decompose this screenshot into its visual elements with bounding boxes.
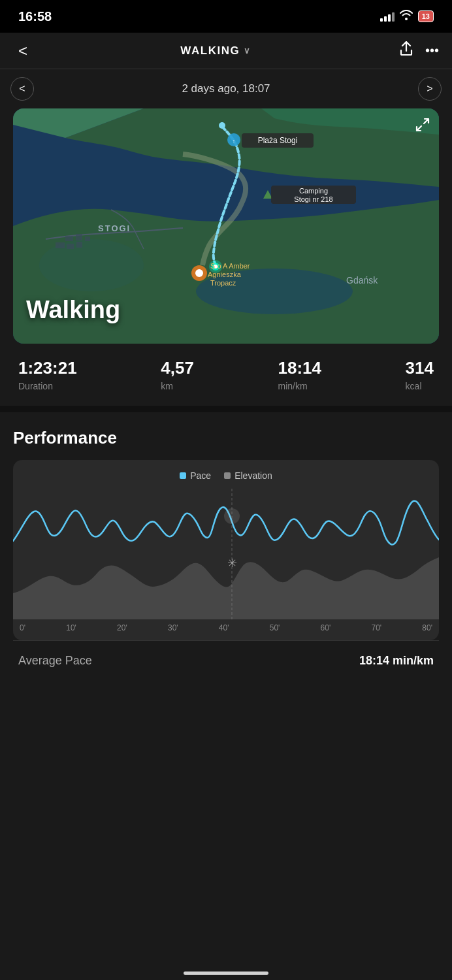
xaxis-label-70: 70' xyxy=(371,623,381,632)
xaxis-label-80: 80' xyxy=(422,623,432,632)
svg-rect-8 xyxy=(76,242,82,248)
stat-duration-value: 1:23:21 xyxy=(18,358,77,378)
chart-container: Pace Elevation ✳ 0' 10' xyxy=(13,460,439,640)
nav-header: < WALKING ∨ ••• xyxy=(0,33,452,69)
legend-pace-label: Pace xyxy=(190,470,211,481)
bottom-space xyxy=(0,681,452,707)
legend-elevation-label: Elevation xyxy=(234,470,272,481)
map-expand-icon[interactable] xyxy=(415,118,430,136)
stat-pace-label: min/km xyxy=(278,381,321,391)
chart-xaxis: 0' 10' 20' 30' 40' 50' 60' 70' 80' xyxy=(13,619,439,640)
xaxis-label-30: 30' xyxy=(168,623,178,632)
stat-kcal-label: kcal xyxy=(406,381,434,391)
wifi-icon xyxy=(400,10,413,23)
more-button[interactable]: ••• xyxy=(425,43,439,58)
svg-text:STOGI: STOGI xyxy=(98,223,131,233)
nav-title-chevron-icon: ∨ xyxy=(244,46,251,56)
stat-duration: 1:23:21 Duration xyxy=(18,358,77,391)
status-bar: 16:58 13 xyxy=(0,0,452,33)
avg-pace-label: Average Pace xyxy=(18,654,92,668)
svg-text:✳: ✳ xyxy=(227,557,237,570)
xaxis-label-10: 10' xyxy=(66,623,76,632)
map-container[interactable]: STOGI Gdańsk ↑ Plaża Stogi Camping Stogi… xyxy=(13,108,439,344)
date-prev-button[interactable]: < xyxy=(10,77,34,101)
nav-title: WALKING ∨ xyxy=(180,44,251,57)
stats-row: 1:23:21 Duration 4,57 km 18:14 min/km 31… xyxy=(0,344,452,406)
avg-pace-value: 18:14 min/km xyxy=(359,654,434,668)
battery-icon: 13 xyxy=(418,10,434,22)
performance-section: Performance Pace Elevation xyxy=(0,412,452,640)
svg-text:Agnieszka: Agnieszka xyxy=(208,270,242,278)
stat-distance-value: 4,57 xyxy=(161,358,194,378)
legend-elevation: Elevation xyxy=(224,470,272,481)
back-button[interactable]: < xyxy=(13,37,33,65)
date-nav: < 2 days ago, 18:07 > xyxy=(0,69,452,108)
xaxis-label-0: 0' xyxy=(20,623,25,632)
date-next-button[interactable]: > xyxy=(418,77,442,101)
svg-text:S o A Amber: S o A Amber xyxy=(210,262,250,270)
svg-rect-3 xyxy=(65,236,73,241)
svg-rect-5 xyxy=(85,237,90,241)
svg-text:Tropacz: Tropacz xyxy=(210,279,236,287)
svg-point-24 xyxy=(195,269,203,277)
nav-title-text: WALKING xyxy=(180,44,240,57)
stat-duration-label: Duration xyxy=(18,381,77,391)
svg-text:Stogi nr 218: Stogi nr 218 xyxy=(294,195,332,203)
svg-rect-6 xyxy=(56,242,65,248)
stat-pace: 18:14 min/km xyxy=(278,358,321,391)
status-time: 16:58 xyxy=(18,9,52,24)
share-button[interactable] xyxy=(399,41,413,60)
xaxis-label-40: 40' xyxy=(219,623,229,632)
xaxis-label-50: 50' xyxy=(270,623,280,632)
stat-distance-label: km xyxy=(161,381,194,391)
signal-icon xyxy=(380,11,395,22)
stat-distance: 4,57 km xyxy=(161,358,194,391)
chevron-left-icon: < xyxy=(19,83,25,95)
svg-rect-4 xyxy=(76,234,82,240)
svg-text:Gdańsk: Gdańsk xyxy=(346,275,378,286)
legend-elevation-dot xyxy=(224,472,231,479)
section-separator xyxy=(0,406,452,412)
avg-pace-section: Average Pace 18:14 min/km xyxy=(0,640,452,681)
legend-pace: Pace xyxy=(180,470,211,481)
legend-pace-dot xyxy=(180,472,186,479)
xaxis-label-60: 60' xyxy=(321,623,331,632)
home-indicator xyxy=(184,972,268,975)
date-label: 2 days ago, 18:07 xyxy=(182,82,270,95)
stat-kcal-value: 314 xyxy=(406,358,434,378)
avg-pace-row: Average Pace 18:14 min/km xyxy=(13,641,439,681)
chevron-right-icon: > xyxy=(427,83,432,95)
svg-point-1 xyxy=(39,239,144,291)
svg-text:Camping: Camping xyxy=(299,187,328,195)
svg-point-12 xyxy=(219,122,225,129)
stat-pace-value: 18:14 xyxy=(278,358,321,378)
chart-legend: Pace Elevation xyxy=(13,470,439,481)
svg-text:Plaża Stogi: Plaża Stogi xyxy=(258,136,298,145)
status-icons: 13 xyxy=(380,10,434,23)
chart-area: ✳ xyxy=(13,489,439,619)
stat-kcal: 314 kcal xyxy=(406,358,434,391)
map-activity-label: Walking xyxy=(26,296,120,324)
svg-text:↑: ↑ xyxy=(233,138,236,144)
performance-title: Performance xyxy=(13,428,439,448)
nav-actions: ••• xyxy=(399,41,439,60)
svg-rect-7 xyxy=(67,244,74,249)
xaxis-label-20: 20' xyxy=(117,623,127,632)
